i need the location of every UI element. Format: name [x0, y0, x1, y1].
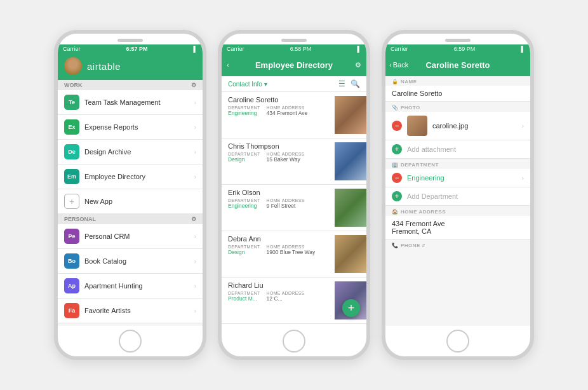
back-button[interactable]: ‹ Back: [389, 61, 408, 69]
addr-label: Home Address: [267, 291, 305, 295]
status-bar-2: Carrier 6:58 PM ▌: [222, 44, 366, 53]
list-item[interactable]: De Design Archive ›: [58, 140, 203, 165]
address-section: 🏠 HOME ADDRESS 434 Fremont Ave Fremont, …: [385, 206, 530, 239]
app-name-book: Book Catalog: [84, 257, 189, 265]
chevron-right-icon: ›: [522, 175, 524, 182]
contact-photo-chris: [335, 142, 366, 180]
address-section-title: HOME ADDRESS: [401, 209, 446, 215]
app-icon-de: De: [64, 144, 79, 159]
add-attachment-label: Add attachment: [407, 145, 456, 153]
addr-value: 9 Fell Street: [267, 203, 305, 209]
new-app-item[interactable]: + New App: [58, 189, 203, 214]
add-dept-row[interactable]: + Add Department: [385, 187, 530, 206]
remove-photo-button[interactable]: −: [392, 121, 402, 131]
carrier-3: Carrier: [391, 46, 408, 52]
contact-name: Richard Liu: [228, 281, 330, 289]
filter-label[interactable]: Contact Info ▾: [228, 81, 267, 88]
contact-info-chris: Chris Thompson Department Design Home Ad…: [228, 142, 330, 180]
fab-add-button[interactable]: +: [342, 299, 360, 317]
phone-section: 📞 PHONE #: [385, 240, 530, 250]
settings-icon[interactable]: ⚙: [355, 61, 361, 69]
contact-fields: Department Design Home Address 1900 Blue…: [228, 245, 330, 255]
dept-value: Product M...: [228, 295, 260, 302]
app-icon-ex: Ex: [64, 119, 79, 135]
photo-row[interactable]: − caroline.jpg ›: [385, 112, 530, 140]
carrier-1: Carrier: [63, 46, 81, 52]
contact-photo-caroline: [335, 96, 366, 134]
contact-name: Chris Thompson: [228, 142, 330, 150]
add-attachment-row[interactable]: + Add attachment: [385, 140, 530, 159]
app-icon-te: Te: [64, 95, 79, 110]
photo-thumbnail: [407, 116, 427, 136]
status-bar-3: Carrier 6:59 PM ▌: [385, 44, 530, 53]
chevron-right-icon: ›: [194, 283, 196, 290]
app-name-employee-directory: Employee Directory: [84, 173, 189, 180]
sidebar-item-employee-directory[interactable]: Em Employee Directory ›: [58, 165, 203, 189]
gear-icon[interactable]: ⚙: [191, 216, 196, 222]
addr-label: Home Address: [267, 105, 308, 110]
dept-label: Department: [228, 291, 260, 295]
home-button-1[interactable]: [119, 330, 142, 353]
add-attachment-button[interactable]: +: [392, 144, 402, 154]
addr-value: 12 C...: [267, 295, 305, 302]
table-row[interactable]: Chris Thompson Department Design Home Ad…: [222, 138, 366, 185]
contact-fields: Department Product M... Home Address 12 …: [228, 291, 330, 302]
dept-section-header: 🏢 DEPARTMENT: [385, 159, 530, 169]
list-item[interactable]: Ex Expense Reports ›: [58, 115, 203, 140]
app-name-team-task: Team Task Management: [84, 98, 189, 106]
battery-1: ▌: [194, 46, 197, 52]
table-row[interactable]: Caroline Soretto Department Engineering …: [222, 92, 366, 138]
table-row[interactable]: Richard Liu Department Product M... Home…: [222, 278, 366, 324]
photo-section-header: 📎 PHOTO: [385, 102, 530, 112]
contact-info-caroline: Caroline Soretto Department Engineering …: [228, 96, 330, 134]
dept-label: Department: [228, 152, 260, 156]
work-label: WORK: [64, 82, 83, 88]
time-1: 6:57 PM: [126, 46, 148, 52]
contact-list: Caroline Soretto Department Engineering …: [222, 92, 366, 326]
personal-section-header: PERSONAL ⚙: [58, 214, 203, 224]
name-row: Caroline Soretto: [385, 86, 530, 102]
phone-1: Carrier 6:57 PM ▌ airtable WORK ⚙ Te Tea…: [54, 30, 206, 360]
dept-value: Design: [228, 249, 260, 255]
chevron-right-icon: ›: [194, 173, 196, 180]
app-name-crm: Personal CRM: [84, 232, 189, 240]
remove-dept-button[interactable]: −: [392, 173, 402, 183]
gear-icon[interactable]: ⚙: [191, 82, 196, 88]
list-item[interactable]: Pe Personal CRM ›: [58, 224, 203, 249]
contact-filter: Contact Info ▾ ☰ 🔍: [222, 76, 366, 92]
add-dept-button[interactable]: +: [392, 191, 402, 201]
phone-section-header: 📞 PHONE #: [385, 240, 530, 250]
phones-container: Carrier 6:57 PM ▌ airtable WORK ⚙ Te Tea…: [41, 17, 547, 373]
list-item[interactable]: Te Team Task Management ›: [58, 90, 203, 115]
back-icon[interactable]: ‹: [227, 61, 229, 69]
address-value: 434 Fremont Ave Fremont, CA: [392, 220, 524, 235]
contact-photo-debra: [335, 235, 366, 273]
table-row[interactable]: Debra Ann Department Design Home Address…: [222, 231, 366, 278]
filter-icons: ☰ 🔍: [338, 79, 360, 88]
addr-label: Home Address: [267, 152, 305, 156]
app-icon-bo: Bo: [64, 253, 79, 269]
avatar[interactable]: [64, 57, 82, 75]
home-button-3[interactable]: [446, 330, 469, 353]
contact-name: Erik Olson: [228, 189, 330, 196]
building-icon: 🏢: [392, 162, 398, 168]
add-app-icon: +: [64, 194, 79, 209]
phone-speaker-2: [281, 39, 307, 42]
list-item[interactable]: Ap Apartment Hunting ›: [58, 274, 203, 299]
search-icon[interactable]: 🔍: [351, 79, 360, 88]
lock-icon: 🔒: [392, 79, 398, 84]
phone-speaker-1: [117, 39, 143, 42]
list-item[interactable]: Bo Book Catalog ›: [58, 249, 203, 274]
dept-row[interactable]: − Engineering ›: [385, 169, 530, 187]
battery-3: ▌: [521, 46, 525, 52]
table-row[interactable]: Erik Olson Department Engineering Home A…: [222, 185, 366, 231]
app-name-new: New App: [84, 198, 196, 205]
list-icon[interactable]: ☰: [338, 79, 345, 88]
status-bar-1: Carrier 6:57 PM ▌: [58, 44, 203, 53]
home-button-2[interactable]: [283, 330, 305, 353]
dept-value: Design: [228, 156, 260, 163]
addr-value: 434 Fremont Ave: [267, 110, 308, 116]
list-item[interactable]: Fa Favorite Artists ›: [58, 299, 203, 323]
chevron-right-icon: ›: [194, 307, 196, 314]
work-app-list: Te Team Task Management › Ex Expense Rep…: [58, 90, 203, 214]
